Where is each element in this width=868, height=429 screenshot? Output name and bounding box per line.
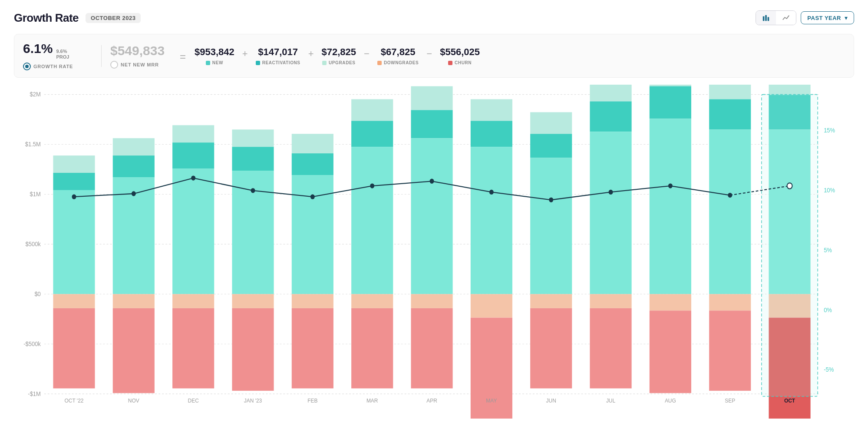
svg-rect-42 [292,134,333,154]
svg-rect-40 [232,294,274,309]
svg-text:$500k: $500k [26,240,41,248]
line-chart-button[interactable] [776,11,796,25]
equals-sign: = [180,49,186,63]
formula-op-1: + [300,46,322,59]
svg-rect-76 [650,311,691,393]
net-new-mrr-radio[interactable] [110,61,118,69]
formula-value-3: $67,825 [381,46,416,58]
legend-dot-2 [322,61,327,65]
svg-rect-23 [53,173,95,190]
legend-dot-1 [256,61,260,65]
svg-rect-1 [765,15,767,21]
period-select[interactable]: PAST YEAR ▾ [801,11,854,24]
formula-item-upgrades: $72,825UPGRADES [322,46,356,65]
legend-label-2: UPGRADES [329,60,355,65]
header: Growth Rate OCTOBER 2023 [14,10,854,25]
legend-dot-0 [206,61,210,65]
svg-text:JUN: JUN [546,397,556,404]
svg-rect-30 [113,294,155,309]
svg-rect-57 [471,99,512,121]
svg-rect-77 [709,85,751,99]
svg-rect-52 [411,86,452,110]
formula-op-3: − [419,46,440,59]
svg-rect-0 [763,16,765,21]
svg-point-112 [728,193,732,198]
svg-rect-69 [590,132,631,294]
svg-text:$2M: $2M [30,91,41,98]
svg-rect-58 [471,121,512,147]
line-chart-icon [782,14,790,22]
svg-rect-73 [650,86,691,119]
svg-rect-72 [650,85,691,86]
net-new-mrr-metric: $549,833 NET NEW MRR [110,43,171,69]
svg-rect-43 [292,154,333,175]
metrics-divider [101,45,102,67]
growth-rate-radio[interactable] [23,63,31,70]
svg-rect-45 [292,294,333,309]
svg-rect-25 [53,294,95,309]
svg-point-107 [430,179,434,184]
svg-rect-82 [769,85,810,95]
svg-rect-67 [590,85,631,101]
svg-text:JUL: JUL [606,397,615,404]
svg-text:5%: 5% [824,246,832,254]
formula-item-new: $953,842NEW [195,46,234,65]
formula-value-0: $953,842 [195,46,234,58]
svg-point-103 [191,176,195,181]
svg-text:MAY: MAY [486,397,497,404]
svg-text:MAR: MAR [366,397,378,404]
date-badge: OCTOBER 2023 [86,13,141,23]
formula-value-4: $556,025 [440,46,480,58]
formula-item-reactivations: $147,017REACTIVATIONS [256,46,300,65]
svg-rect-100 [762,95,818,396]
svg-rect-80 [709,294,751,311]
bar-chart-button[interactable] [756,11,776,25]
growth-rate-label-row: GROWTH RATE [23,63,92,70]
svg-rect-32 [172,125,214,143]
svg-rect-64 [530,158,572,294]
svg-rect-78 [709,99,751,130]
growth-rate-metric: 6.1% 9.6% PROJ GROWTH RATE [23,41,92,70]
svg-rect-26 [53,308,95,389]
svg-text:-5%: -5% [824,366,834,373]
formula-legend-2: UPGRADES [322,60,355,65]
svg-point-113 [787,183,792,189]
formula-item-downgrades: $67,825DOWNGRADES [377,46,419,65]
formula-item-churn: $556,025CHURN [440,46,480,65]
svg-text:$1M: $1M [30,191,41,198]
svg-rect-65 [530,294,572,309]
growth-rate-label: GROWTH RATE [33,64,73,69]
svg-point-105 [310,195,315,199]
svg-text:$1.5M: $1.5M [25,141,41,148]
svg-rect-60 [471,294,512,318]
net-new-mrr-value: $549,833 [110,43,171,58]
formula-value-1: $147,017 [258,46,298,58]
svg-point-104 [251,188,255,193]
net-new-mrr-label: NET NEW MRR [121,62,159,67]
legend-dot-4 [448,61,452,65]
svg-rect-63 [530,134,572,158]
growth-rate-value: 6.1% [23,41,53,56]
svg-rect-48 [351,121,393,147]
svg-text:FEB: FEB [307,397,317,404]
period-select-label: PAST YEAR [807,15,841,21]
bar-chart-icon [762,14,770,22]
svg-rect-31 [113,308,155,393]
svg-text:-$1M: -$1M [28,390,41,397]
svg-rect-74 [650,119,691,294]
svg-rect-44 [292,175,333,294]
svg-rect-55 [411,294,452,309]
svg-rect-81 [709,311,751,391]
svg-text:JAN '23: JAN '23 [244,397,262,404]
growth-rate-value-row: 6.1% 9.6% PROJ [23,41,92,60]
chart-type-toggle [756,10,796,25]
svg-rect-38 [232,147,274,171]
svg-point-102 [132,191,136,196]
svg-rect-50 [351,294,393,309]
svg-rect-22 [53,156,95,173]
svg-rect-59 [471,147,512,294]
header-right: PAST YEAR ▾ [756,10,854,25]
legend-label-4: CHURN [455,60,472,65]
svg-rect-37 [232,130,274,147]
formula: $953,842NEW+$147,017REACTIVATIONS+$72,82… [195,46,845,65]
